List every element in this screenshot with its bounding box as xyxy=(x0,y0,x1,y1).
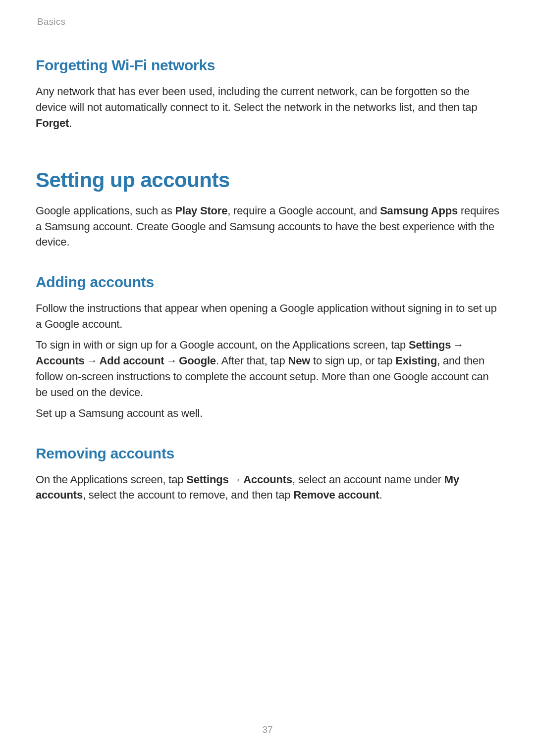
text: , select an account name under xyxy=(292,473,444,486)
arrow-icon: → xyxy=(230,472,241,488)
paragraph-adding-1: Follow the instructions that appear when… xyxy=(36,301,499,332)
text: , select the account to remove, and then… xyxy=(83,489,293,501)
bold-forget: Forget xyxy=(36,117,69,129)
bold-accounts: Accounts xyxy=(243,473,292,486)
arrow-icon: → xyxy=(87,353,98,369)
arrow-icon: → xyxy=(166,353,177,369)
bold-samsung-apps: Samsung Apps xyxy=(380,204,458,217)
text: To sign in with or sign up for a Google … xyxy=(36,339,409,351)
bold-settings: Settings xyxy=(409,339,451,351)
breadcrumb: Basics xyxy=(37,16,499,27)
text: , require a Google account, and xyxy=(227,204,380,217)
bold-add-account: Add account xyxy=(99,354,164,367)
paragraph-setting-up: Google applications, such as Play Store,… xyxy=(36,203,499,251)
bold-play-store: Play Store xyxy=(175,204,228,217)
bold-settings: Settings xyxy=(186,473,228,486)
paragraph-adding-2: To sign in with or sign up for a Google … xyxy=(36,337,499,401)
text: . xyxy=(379,489,382,501)
bold-existing: Existing xyxy=(395,354,437,367)
bold-google: Google xyxy=(179,354,216,367)
text: . xyxy=(69,117,72,129)
heading-setting-up-accounts: Setting up accounts xyxy=(36,168,499,192)
heading-removing-accounts: Removing accounts xyxy=(36,445,499,462)
bold-new: New xyxy=(288,354,310,367)
page-number: 37 xyxy=(0,724,535,735)
bold-remove-account: Remove account xyxy=(293,489,379,501)
arrow-icon: → xyxy=(453,337,464,353)
text: On the Applications screen, tap xyxy=(36,473,186,486)
header-divider xyxy=(29,9,29,29)
heading-forgetting-wifi: Forgetting Wi-Fi networks xyxy=(36,57,499,74)
paragraph-forgetting: Any network that has ever been used, inc… xyxy=(36,84,499,131)
bold-accounts: Accounts xyxy=(36,354,85,367)
paragraph-removing: On the Applications screen, tap Settings… xyxy=(36,472,499,504)
text: . After that, tap xyxy=(216,354,288,367)
text: to sign up, or tap xyxy=(310,354,395,367)
text: Any network that has ever been used, inc… xyxy=(36,85,477,113)
heading-adding-accounts: Adding accounts xyxy=(36,274,499,291)
paragraph-adding-3: Set up a Samsung account as well. xyxy=(36,405,499,421)
text: Google applications, such as xyxy=(36,204,175,217)
